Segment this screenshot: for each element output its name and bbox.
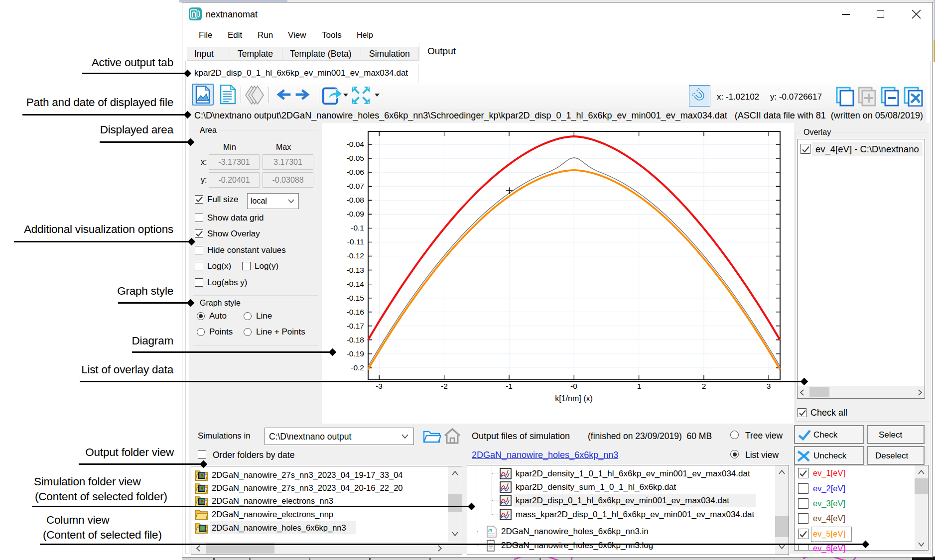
svg-text:-0.07: -0.07 xyxy=(347,182,364,190)
svg-text:-0.09: -0.09 xyxy=(347,210,364,218)
svg-text:In: In xyxy=(488,528,493,533)
svg-text:-3: -3 xyxy=(376,382,383,390)
svg-text:-0.2: -0.2 xyxy=(351,363,364,372)
svg-text:-0.13: -0.13 xyxy=(347,266,364,274)
svg-text:-0.11: -0.11 xyxy=(347,237,364,246)
svg-text:-0.14: -0.14 xyxy=(347,280,365,288)
svg-text:-0.05: -0.05 xyxy=(347,154,364,162)
svg-text:-0.17: -0.17 xyxy=(347,322,364,330)
svg-text:-1: -1 xyxy=(506,382,513,390)
svg-text:1: 1 xyxy=(637,382,642,390)
svg-text:k[1/nm] (x): k[1/nm] (x) xyxy=(555,394,593,403)
svg-text:-0: -0 xyxy=(570,382,577,390)
svg-text:2: 2 xyxy=(702,382,706,390)
svg-text:-0.18: -0.18 xyxy=(347,336,364,344)
svg-text:-2: -2 xyxy=(441,382,448,390)
svg-text:-0.16: -0.16 xyxy=(347,308,364,316)
svg-text:-0.1: -0.1 xyxy=(351,224,364,232)
svg-text:-0.19: -0.19 xyxy=(347,349,364,358)
svg-text:3: 3 xyxy=(767,382,771,390)
svg-text:-0.04: -0.04 xyxy=(347,140,365,148)
svg-text:-0.08: -0.08 xyxy=(347,196,364,204)
svg-text:-0.12: -0.12 xyxy=(347,251,364,260)
svg-text:-0.15: -0.15 xyxy=(347,294,364,302)
svg-text:-0.06: -0.06 xyxy=(347,168,364,176)
